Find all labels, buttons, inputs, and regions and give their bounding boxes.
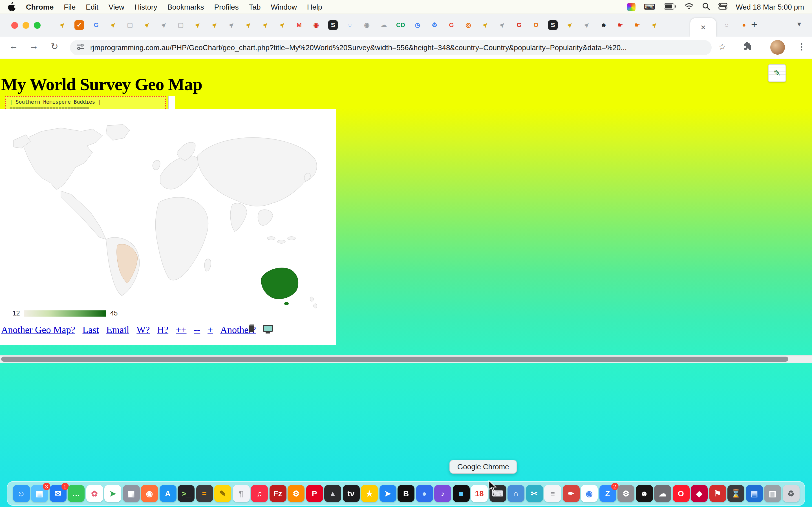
pinned-tab-favicon[interactable]: G <box>514 20 524 30</box>
dock-item[interactable]: ✂ <box>526 485 543 502</box>
pinned-tab-favicon[interactable]: ☁ <box>379 20 389 30</box>
pinned-tab-favicon[interactable]: S <box>328 20 338 30</box>
url-text[interactable]: rjmprogramming.com.au/PHP/GeoChart/geo_c… <box>90 43 627 52</box>
dock-item[interactable]: ■ <box>453 485 469 502</box>
dock-item[interactable]: ♪ <box>434 485 451 502</box>
dock-item[interactable]: ☺ <box>13 485 30 502</box>
dock-item[interactable]: … <box>68 485 85 502</box>
pinned-tab-favicon[interactable]: ➤ <box>157 18 170 32</box>
dock-item[interactable]: ● <box>416 485 433 502</box>
pinned-tab-favicon[interactable]: ◷ <box>413 20 422 30</box>
dock-item[interactable]: ⌂ <box>507 485 524 502</box>
dock-item[interactable]: ♫ <box>251 485 268 502</box>
bookmark-star-icon[interactable]: ☆ <box>718 42 726 52</box>
page-link[interactable]: W? <box>137 325 150 336</box>
pinned-tab-favicon[interactable]: G <box>91 20 101 30</box>
pinned-tab-favicon[interactable]: S <box>548 20 558 30</box>
pinned-tab-favicon[interactable]: ◉ <box>362 20 371 30</box>
page-link[interactable]: H? <box>157 325 168 336</box>
new-tab-button[interactable]: + <box>751 18 757 31</box>
dock-item[interactable]: B <box>398 485 414 502</box>
pinned-tab-favicon[interactable]: ➤ <box>580 18 594 32</box>
dock-item[interactable]: ♻ <box>782 485 799 502</box>
dock-item[interactable]: = <box>196 485 213 502</box>
extensions-puzzle-icon[interactable] <box>743 42 752 53</box>
dock-item[interactable]: ▦ 3 <box>31 485 48 502</box>
dock-item[interactable]: ⚑ <box>709 485 726 502</box>
forward-button[interactable]: → <box>29 41 38 51</box>
address-bar[interactable]: rjmprogramming.com.au/PHP/GeoChart/geo_c… <box>70 40 712 55</box>
dock-item[interactable]: Fz <box>269 485 286 502</box>
dock-item[interactable]: ☁ <box>654 485 671 502</box>
page-link[interactable]: -- <box>194 325 200 336</box>
close-window-button[interactable] <box>11 22 18 29</box>
dock-item[interactable]: 18 <box>471 485 488 502</box>
pinned-tab-favicon[interactable]: ⚙ <box>430 20 439 30</box>
pinned-tab-favicon[interactable]: ➤ <box>648 18 661 32</box>
dock-item[interactable]: ◉ <box>141 485 158 502</box>
dock-item[interactable]: Z 2 <box>599 485 616 502</box>
control-center-icon[interactable] <box>718 3 727 11</box>
dock-item[interactable]: ▥ <box>764 485 781 502</box>
menu-item[interactable]: Window <box>271 3 297 11</box>
pinned-tab-favicon[interactable]: ➤ <box>275 18 289 32</box>
pinned-tab-favicon[interactable]: ✓ <box>74 20 84 30</box>
menu-app-name[interactable]: Chrome <box>26 3 54 11</box>
menu-item[interactable]: Bookmarks <box>167 3 204 11</box>
keyboard-icon[interactable]: ⌨ <box>644 2 655 11</box>
pinned-tab-favicon[interactable]: ➤ <box>225 18 238 32</box>
pinned-tab-favicon[interactable]: ➤ <box>140 18 154 32</box>
tab-search-chevron-icon[interactable]: ▾ <box>797 20 801 28</box>
pinned-tab-favicon[interactable]: G <box>447 20 456 30</box>
horizontal-scrollbar[interactable] <box>0 355 812 363</box>
site-settings-tune-icon[interactable] <box>77 43 85 53</box>
mobile-phone-icon[interactable] <box>249 325 254 332</box>
pinned-tab-favicon[interactable]: M <box>294 20 304 30</box>
dock-item[interactable]: ▲ <box>324 485 341 502</box>
pinned-tab-favicon[interactable]: ➤ <box>191 18 204 32</box>
menu-item[interactable]: View <box>109 3 124 11</box>
page-link[interactable]: + <box>207 325 213 336</box>
page-link[interactable]: Another Geo Map? <box>1 325 75 336</box>
dock-item[interactable]: ✉ 1 <box>49 485 66 502</box>
menu-item[interactable]: Tab <box>249 3 261 11</box>
pinned-tab-favicon[interactable]: ➤ <box>478 18 492 32</box>
zoom-window-button[interactable] <box>34 22 41 29</box>
pinned-tab-favicon[interactable]: ☛ <box>633 20 642 30</box>
menu-item[interactable]: Help <box>307 3 322 11</box>
dock-item[interactable]: tv <box>343 485 359 502</box>
dock-item[interactable]: ⚙ <box>288 485 305 502</box>
close-tab-icon[interactable]: ✕ <box>700 23 706 31</box>
dock-item[interactable]: ◆ <box>691 485 708 502</box>
active-tab[interactable]: ✕ <box>690 18 716 37</box>
pinned-tab-favicon[interactable]: O <box>531 20 541 30</box>
dock-item[interactable]: ✎ <box>214 485 231 502</box>
dock-item[interactable]: ✿ <box>86 485 103 502</box>
page-link[interactable]: Email <box>106 325 129 336</box>
dock-item[interactable]: ≡ <box>544 485 561 502</box>
menu-item[interactable]: Edit <box>86 3 98 11</box>
spotlight-search-icon[interactable] <box>702 2 710 11</box>
profile-avatar[interactable] <box>770 40 785 55</box>
pinned-tab-favicon[interactable]: ● <box>739 20 749 30</box>
country-australia[interactable] <box>261 268 298 299</box>
dock-item[interactable]: ▦ <box>123 485 140 502</box>
notepad-icon[interactable]: ✎ <box>768 64 786 82</box>
menu-item[interactable]: History <box>135 3 157 11</box>
pinned-tab-favicon[interactable]: ◉ <box>311 20 321 30</box>
dock-item[interactable]: ★ <box>361 485 378 502</box>
chrome-menu-kebab-icon[interactable]: ⋮ <box>797 42 806 52</box>
page-link[interactable]: Last <box>83 325 99 336</box>
dock-item[interactable]: ➤ <box>104 485 121 502</box>
dock-item[interactable]: P <box>306 485 323 502</box>
dock-item[interactable]: ➤ <box>379 485 396 502</box>
dock-item[interactable]: ⚙ <box>617 485 635 502</box>
dock-item[interactable]: ◉ <box>581 485 598 502</box>
pinned-tab-favicon[interactable]: ➤ <box>106 18 120 32</box>
back-button[interactable]: ← <box>9 41 18 51</box>
reload-button[interactable]: ↻ <box>51 41 58 52</box>
pinned-tab-favicon[interactable]: ☛ <box>616 20 625 30</box>
apple-menu-icon[interactable] <box>8 1 16 12</box>
dock-item[interactable]: ✒ <box>562 485 579 502</box>
dock-item[interactable]: ▤ <box>746 485 763 502</box>
